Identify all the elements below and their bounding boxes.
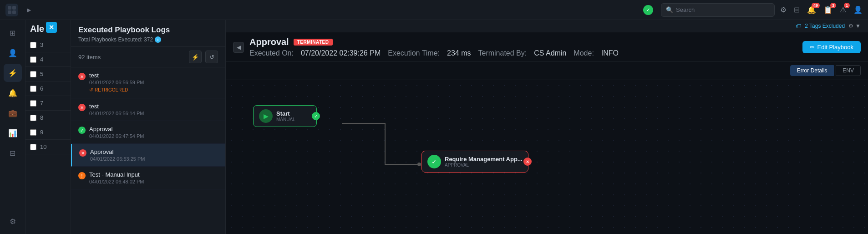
notifications-icon[interactable]: 🔔 49 — [807, 5, 816, 14]
log-name: test — [89, 72, 218, 79]
log-status-red-icon: ✕ — [78, 104, 86, 111]
playbook-name: Approval — [249, 37, 289, 47]
main-layout: ⊞ 👤 ⚡ 🔔 💼 📊 ⊟ ⚙ Ale ✕ 3 4 — [0, 20, 868, 234]
logs-panel: Executed Playbook Logs Total Playbooks E… — [71, 20, 226, 234]
sidebar-item-alerts[interactable]: ⚡ — [4, 64, 22, 82]
log-item[interactable]: ! Test - Manual Input 04/01/2022 06:48:0… — [71, 167, 225, 189]
logs-tools: ⚡ ↺ — [189, 51, 218, 63]
settings-icon[interactable]: ⚙ — [780, 5, 787, 14]
log-name: Approval — [89, 126, 218, 132]
alert-checkbox-10[interactable] — [30, 144, 36, 150]
alert-title-partial: Ale — [30, 24, 44, 34]
approval-node[interactable]: ✓ Require Management App... APPROVAL ✕ — [421, 151, 528, 173]
log-name: test — [89, 103, 218, 110]
logs-title: Executed Playbook Logs — [78, 25, 218, 35]
log-status-green-icon: ✓ — [78, 127, 86, 134]
alert-number-5: 5 — [40, 71, 43, 77]
mode-label: Mode: — [574, 49, 594, 57]
tasks-icon[interactable]: 📋 3 — [823, 5, 832, 14]
edit-playbook-button[interactable]: ✏ Edit Playbook — [802, 41, 861, 53]
alert-checkbox-4[interactable] — [30, 56, 36, 63]
logs-subtitle-text: Total Playbooks Executed: 372 — [78, 36, 153, 43]
start-node[interactable]: ▶ Start MANUAL ✓ — [253, 105, 317, 127]
alert-checkbox-9[interactable] — [30, 129, 36, 136]
sidebar-item-integrations[interactable]: ⊟ — [4, 144, 22, 162]
sidebar-item-dashboard[interactable]: ⊞ — [4, 24, 22, 42]
grid-icon[interactable]: ⊟ — [794, 5, 800, 14]
close-alert-panel-button[interactable]: ✕ — [46, 22, 57, 33]
tags-settings-button[interactable]: ⚙ ▼ — [848, 23, 861, 29]
edit-icon: ✏ — [810, 44, 815, 51]
alert-checkbox-7[interactable] — [30, 100, 36, 107]
nav-play-button[interactable]: ▶ — [24, 5, 34, 15]
user-icon[interactable]: 👤 — [853, 5, 863, 14]
refresh-button[interactable]: ↺ — [205, 51, 218, 63]
logs-header: Executed Playbook Logs Total Playbooks E… — [71, 20, 225, 47]
tab-env[interactable]: ENV — [836, 65, 861, 76]
logs-toolbar: 92 items ⚡ ↺ — [71, 47, 225, 67]
alert-checkbox-3[interactable] — [30, 42, 36, 48]
info-icon[interactable]: i — [155, 36, 161, 43]
log-status-orange-icon: ! — [78, 172, 86, 179]
content-header-left: ◀ Approval TERMINATED Executed On: 07/20… — [233, 37, 619, 57]
start-node-content: Start MANUAL — [276, 110, 295, 122]
search-icon: 🔍 — [666, 6, 673, 13]
approval-node-label: Require Management App... — [445, 156, 523, 163]
sidebar-item-settings[interactable]: ⚙ — [4, 212, 22, 230]
playbook-meta-row: Executed On: 07/20/2022 02:39:26 PM Exec… — [249, 49, 619, 57]
content-toolbar: Error Details ENV — [226, 61, 868, 80]
tags-icon: 🏷 — [796, 23, 801, 29]
log-item[interactable]: ✓ Approval 04/01/2022 06:47:54 PM — [71, 121, 225, 144]
alert-checkbox-5[interactable] — [30, 71, 36, 77]
log-item[interactable]: ✕ test 04/01/2022 06:56:14 PM — [71, 98, 225, 121]
nav-icons: ⚙ ⊟ 🔔 49 📋 3 ⚠ 1 👤 — [780, 5, 863, 14]
search-bar[interactable]: 🔍 Search — [661, 3, 775, 17]
filter-button[interactable]: ⚡ — [189, 51, 202, 63]
alert-row-5: 5 — [25, 67, 71, 81]
alert-number-10: 10 — [40, 143, 46, 150]
start-node-check-icon: ✓ — [312, 112, 320, 120]
log-date: 04/01/2022 06:48:02 PM — [89, 179, 218, 184]
main-content: 🏷 2 Tags Excluded ⚙ ▼ ◀ Approval TERMINA… — [226, 20, 868, 234]
log-item[interactable]: ✕ Approval 04/01/2022 06:53:25 PM — [71, 144, 225, 167]
alerts-badge: 1 — [844, 3, 850, 8]
sidebar-item-users[interactable]: 👤 — [4, 44, 22, 62]
approval-node-content: Require Management App... APPROVAL — [445, 156, 523, 168]
alert-number-8: 8 — [40, 114, 43, 121]
start-node-sublabel: MANUAL — [276, 117, 295, 122]
start-node-icon: ▶ — [259, 109, 273, 123]
approval-node-sublabel: APPROVAL — [445, 163, 523, 168]
sidebar-item-cases[interactable]: 💼 — [4, 104, 22, 122]
tags-excluded: 🏷 2 Tags Excluded — [796, 23, 845, 29]
executed-on-label: Executed On: — [249, 49, 294, 57]
sidebar-item-reports[interactable]: 📊 — [4, 124, 22, 142]
alert-checkbox-8[interactable] — [30, 115, 36, 121]
alert-row-9: 9 — [25, 125, 71, 140]
log-content: Approval 04/01/2022 06:47:54 PM — [89, 126, 218, 139]
log-status-red-icon: ✕ — [78, 73, 86, 80]
sidebar-item-notifications[interactable]: 🔔 — [4, 84, 22, 102]
tags-excluded-label: 2 Tags Excluded — [805, 23, 845, 29]
logs-list: ✕ test 04/01/2022 06:56:59 PM ↺ RETRIGGE… — [71, 67, 225, 234]
top-content-bar: 🏷 2 Tags Excluded ⚙ ▼ — [226, 20, 868, 32]
alert-number-9: 9 — [40, 129, 43, 136]
top-nav: ▶ ✓ 🔍 Search ⚙ ⊟ 🔔 49 📋 3 ⚠ 1 👤 — [0, 0, 868, 20]
alert-row-8: 8 — [25, 111, 71, 125]
tasks-badge: 3 — [830, 3, 836, 8]
terminated-by-label: Terminated By: — [478, 49, 527, 57]
alert-row-6: 6 — [25, 81, 71, 96]
tags-settings-chevron: ▼ — [855, 23, 861, 29]
log-item[interactable]: ✕ test 04/01/2022 06:56:59 PM ↺ RETRIGGE… — [71, 67, 225, 98]
log-name: Approval — [90, 148, 218, 155]
log-content: Test - Manual Input 04/01/2022 06:48:02 … — [89, 171, 218, 184]
icon-sidebar: ⊞ 👤 ⚡ 🔔 💼 📊 ⊟ ⚙ — [0, 20, 25, 234]
log-content: test 04/01/2022 06:56:14 PM — [89, 103, 218, 116]
tab-error-details[interactable]: Error Details — [790, 65, 834, 76]
alert-checkbox-6[interactable] — [30, 86, 36, 92]
status-badge: TERMINATED — [294, 39, 333, 46]
log-name: Test - Manual Input — [89, 171, 218, 178]
alert-row-10: 10 — [25, 140, 71, 154]
log-date: 04/01/2022 06:56:59 PM — [89, 80, 218, 85]
collapse-button[interactable]: ◀ — [233, 42, 244, 53]
alerts-icon[interactable]: ⚠ 1 — [840, 5, 846, 14]
